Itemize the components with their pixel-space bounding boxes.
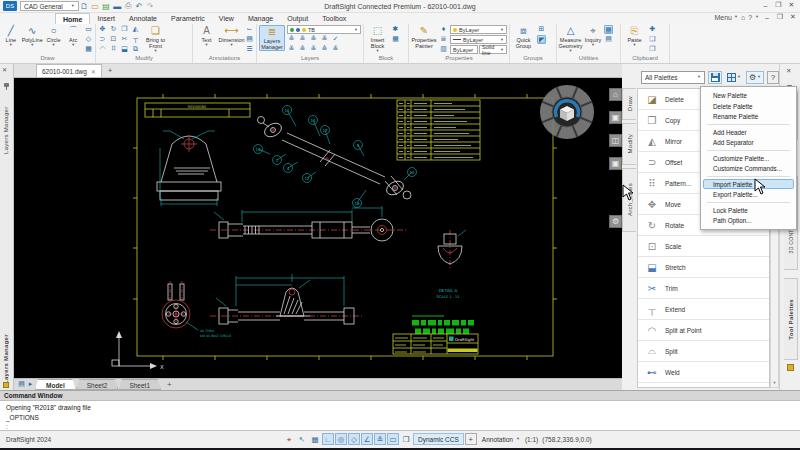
palette-item-split-at-point[interactable]: ◠Split at Point xyxy=(638,320,769,341)
minimize-button[interactable]: – xyxy=(759,2,772,9)
tab-parametric[interactable]: Parametric xyxy=(164,13,212,24)
close-panel-button[interactable]: ✕ xyxy=(2,66,7,73)
make-block-icon[interactable]: ✱ xyxy=(391,25,400,34)
leader-icon[interactable]: ⌙ xyxy=(245,25,254,34)
tab-output[interactable]: Output xyxy=(280,13,315,24)
explode-icon[interactable]: ⧉ xyxy=(131,45,140,54)
menu-item-path-option[interactable]: Path Option... xyxy=(703,215,794,226)
nav-home-button[interactable]: ⌂ xyxy=(609,88,622,101)
restore-button[interactable]: ❐ xyxy=(772,1,785,9)
layer-tool-icon[interactable]: ≚ xyxy=(331,45,340,54)
text-button[interactable]: AText▼ xyxy=(195,25,218,47)
palette-item-scale[interactable]: ⊡Scale xyxy=(638,236,769,257)
rectangle-icon[interactable]: ▭ xyxy=(84,25,93,34)
quick-copy-icon[interactable]: ❐ xyxy=(400,433,412,445)
copy-clip-icon[interactable]: ❏ xyxy=(648,35,657,44)
lineweight-dropdown[interactable]: ByLayer▼ xyxy=(450,35,507,44)
grid-tool-icon[interactable]: ▦ xyxy=(604,25,613,34)
document-tab[interactable]: 62010-001.dwg ✕ xyxy=(36,64,102,77)
close-tab-icon[interactable]: ✕ xyxy=(91,68,96,75)
palette-tab-draw[interactable]: Draw xyxy=(622,88,636,120)
command-prompt[interactable]: : xyxy=(0,423,800,430)
pattern-icon[interactable]: ⠿ xyxy=(109,45,118,54)
note-icon[interactable]: ☰ xyxy=(245,45,254,54)
ellipse-icon[interactable]: ◇ xyxy=(84,35,93,44)
layer-tool-icon[interactable]: ≚ xyxy=(309,45,318,54)
layers-manager-docked-tab[interactable]: Layers Manager xyxy=(3,326,9,384)
linetype-bylayer-dropdown[interactable]: ByLayer xyxy=(450,45,478,54)
insert-block-button[interactable]: ⬚InsertBlock▼ xyxy=(366,25,389,53)
close-palette-button[interactable]: ✕ xyxy=(786,67,791,75)
paste-button[interactable]: ⎘Paste▼ xyxy=(623,25,646,47)
grid-icon[interactable]: ▦ xyxy=(309,433,321,445)
add-workspace-button[interactable]: + xyxy=(465,433,477,445)
layer-dropdown[interactable]: TB ▼ xyxy=(287,25,361,34)
print-area-icon[interactable]: ▭ xyxy=(387,433,399,445)
drawing-canvas[interactable]: .yl{stroke:#c9c92a;fill:none;stroke-widt… xyxy=(14,78,622,378)
arc-button[interactable]: ⌒Arc▼ xyxy=(64,25,82,47)
tab-manage[interactable]: Manage xyxy=(241,13,280,24)
tab-insert[interactable]: Insert xyxy=(90,13,122,24)
pointer-icon[interactable]: ↖ xyxy=(296,433,308,445)
snap-marker-icon[interactable]: ⌖ xyxy=(283,433,295,445)
linestyle-dropdown[interactable]: Solid line▼ xyxy=(479,45,507,54)
palette-settings-button[interactable]: ⚙▼ xyxy=(746,71,764,84)
navigation-wheel[interactable] xyxy=(540,85,594,139)
tab-toolbox[interactable]: Toolbox xyxy=(315,13,353,24)
palette-item-weld[interactable]: ⊷Weld xyxy=(638,362,769,383)
circle-button[interactable]: ○Circle▼ xyxy=(45,25,63,47)
rotate-icon[interactable]: ↻ xyxy=(109,25,118,34)
mirror-icon[interactable]: ◭ xyxy=(131,25,140,34)
menu-item-customize-palette[interactable]: Customize Palette... xyxy=(703,153,794,164)
stretch-icon[interactable]: ⬓ xyxy=(120,45,129,54)
copy-icon[interactable]: ❐ xyxy=(120,25,129,34)
nav-settings-button[interactable]: ⚙ xyxy=(609,215,622,228)
palette-item-stretch[interactable]: ⬓Stretch xyxy=(638,257,769,278)
menu-item-import-palette[interactable]: Import Palette xyxy=(703,179,794,190)
ungroup-icon[interactable]: ⊞ xyxy=(537,25,546,34)
dynamic-ccs-button[interactable]: Dynamic CCS xyxy=(413,433,464,445)
quick-group-button[interactable]: ⧈QuickGroup xyxy=(512,25,535,49)
nav-views-button[interactable]: ▣ xyxy=(609,111,622,124)
layer-tool-icon[interactable]: ≚ xyxy=(287,45,296,54)
menu-button[interactable]: Menu▼ xyxy=(714,14,737,21)
palette-filter-dropdown[interactable]: All Palettes▼ xyxy=(641,71,705,84)
entity-track-icon[interactable]: ∠ xyxy=(361,433,373,445)
table-icon[interactable]: ▤ xyxy=(245,35,254,44)
calculator-icon[interactable]: ▤ xyxy=(604,35,613,44)
palette-help-button[interactable]: ? xyxy=(767,71,779,84)
nav-display-button[interactable]: ▣ xyxy=(609,157,622,170)
layer-tool-icon[interactable]: ≙ xyxy=(287,35,296,44)
chevron-down-icon[interactable]: ▼ xyxy=(755,15,759,19)
help-button[interactable]: ? xyxy=(748,14,752,21)
hatch-icon[interactable]: ▦ xyxy=(84,45,93,54)
layers-manager-panel-tab[interactable]: Layers Manager xyxy=(3,90,9,154)
sheet-tab-sheet1[interactable]: Sheet1 xyxy=(118,379,161,390)
ortho-icon[interactable]: ∟ xyxy=(322,433,334,445)
tab-annotate[interactable]: Annotate xyxy=(122,13,164,24)
print-icon[interactable]: ⎙ xyxy=(123,1,134,11)
menu-item-customize-commands[interactable]: Customize Commands... xyxy=(703,163,794,174)
palette-item-trim[interactable]: ✂Trim xyxy=(638,278,769,299)
palette-tab-modify[interactable]: Modify xyxy=(622,123,636,165)
command-window[interactable]: Command Window Opening "R2018" drawing f… xyxy=(0,390,800,430)
nav-projection-button[interactable]: ◫ xyxy=(609,134,622,147)
layer-tool-icon[interactable]: ≚ xyxy=(320,35,329,44)
undo-icon[interactable]: ↶ xyxy=(134,2,145,11)
palette-view-button[interactable]: ▼ xyxy=(725,71,743,84)
bring-to-front-button[interactable]: ❏Bring toFront▼ xyxy=(143,25,168,53)
menu-item-export-palette[interactable]: Export Palette... xyxy=(703,189,794,200)
dock-tab-tool-palettes[interactable]: Tool Palettes xyxy=(784,278,798,360)
sheet-nav-icon[interactable]: ▸ xyxy=(26,380,35,389)
layer-tool-icon[interactable]: ≙ xyxy=(320,45,329,54)
polyline-button[interactable]: ∿PolyLine▼ xyxy=(22,25,43,47)
new-file-icon[interactable]: 🗋 xyxy=(79,2,90,11)
save-palette-button[interactable] xyxy=(708,71,722,84)
palette-item-partial[interactable]: ▭ xyxy=(638,383,769,388)
extend-icon[interactable]: ┬ xyxy=(131,35,140,44)
copy-ref-icon[interactable]: ❐ xyxy=(648,45,657,54)
fillet-icon[interactable]: ◠ xyxy=(98,45,107,54)
palette-item-extend[interactable]: ┬Extend xyxy=(638,299,769,320)
menu-item-lock-palette[interactable]: Lock Palette xyxy=(703,205,794,216)
layer-tool-icon[interactable]: ≚ xyxy=(298,35,307,44)
